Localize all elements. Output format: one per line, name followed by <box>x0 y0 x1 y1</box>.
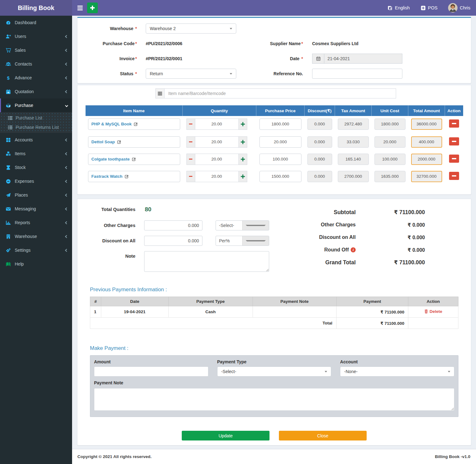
sidebar-item-dashboard[interactable]: Dashboard <box>0 16 72 29</box>
sidebar-item-warehouse[interactable]: Warehouse <box>0 229 72 243</box>
account-select[interactable]: -None- <box>340 366 454 377</box>
edit-item-icon[interactable] <box>125 174 129 178</box>
quantity-stepper <box>186 154 253 165</box>
sidebar-item-quotation[interactable]: Quotation <box>0 85 72 98</box>
warehouse-label: Warehouse * <box>77 26 137 31</box>
language-menu[interactable]: English <box>387 5 410 11</box>
item-name-link[interactable]: Dettol Soap <box>92 140 115 144</box>
language-icon <box>387 5 393 11</box>
purchase-price-input[interactable] <box>259 136 301 148</box>
other-charges-sum-label: Other Charges <box>297 222 356 228</box>
sidebar-item-items[interactable]: Items <box>0 147 72 161</box>
quantity-increase-button[interactable] <box>238 154 247 165</box>
round-off-label: Round Off i <box>297 247 356 253</box>
sidebar-item-users[interactable]: Users <box>0 29 72 43</box>
cubes-icon <box>6 151 11 156</box>
chevron-left-icon <box>65 62 68 66</box>
sidebar-item-purchase[interactable]: Purchase <box>0 98 72 112</box>
note-textarea[interactable] <box>144 251 269 272</box>
chevron-down-icon <box>230 73 232 75</box>
purchase-code-value: #PU/2021/02/0006 <box>146 41 236 46</box>
sidebar-item-stock[interactable]: Stock <box>0 161 72 174</box>
warehouse-select[interactable]: Warehouse 2 <box>146 24 236 34</box>
make-payment-heading: Make Payment : <box>90 345 458 351</box>
remove-item-button[interactable] <box>449 137 459 145</box>
sidebar-item-messaging[interactable]: Messaging <box>0 202 72 216</box>
sidebar-item-purchase-list[interactable]: Purchase List <box>0 113 72 123</box>
reference-input[interactable] <box>312 69 402 79</box>
info-icon[interactable]: i <box>351 247 356 252</box>
total-amount-value: 400.000 <box>411 136 442 148</box>
sidebar-item-purchase-returns-list[interactable]: Purchase Returns List <box>0 123 72 132</box>
payment-total-value: ₹ 71100.000 <box>336 318 408 329</box>
subtotal-value: ₹ 71100.000 <box>356 209 425 216</box>
remove-item-button[interactable] <box>449 172 459 180</box>
other-charges-select[interactable]: -Select- <box>216 220 269 230</box>
payment-type-select[interactable]: -Select- <box>217 366 332 377</box>
sidebar-item-contacts[interactable]: Contacts <box>0 57 72 71</box>
other-charges-input[interactable] <box>144 220 202 230</box>
update-button[interactable]: Update <box>182 431 269 440</box>
chevron-down-icon <box>65 104 68 107</box>
sidebar-item-reports[interactable]: Reports <box>0 216 72 229</box>
delete-payment-link[interactable]: Delete <box>424 309 442 314</box>
total-amount-value: 36000.000 <box>411 119 442 130</box>
tax-amount-value: 2972.480 <box>338 119 369 130</box>
book-icon <box>6 261 11 267</box>
payments-table-header: # Date Payment Type Payment Note Payment… <box>90 297 458 306</box>
sidebar-item-settings[interactable]: Settings <box>0 243 72 257</box>
edit-item-icon[interactable] <box>134 122 138 126</box>
quantity-increase-button[interactable] <box>238 136 247 148</box>
purchase-price-input[interactable] <box>259 171 301 182</box>
quantity-decrease-button[interactable] <box>186 136 195 148</box>
sidebar-item-help[interactable]: Help <box>0 257 72 271</box>
sidebar-toggle-icon[interactable] <box>75 3 85 13</box>
payment-note-textarea[interactable] <box>94 388 454 411</box>
chevron-left-icon <box>65 152 68 155</box>
item-name-link[interactable]: PHP & MySQL Book <box>92 122 132 126</box>
item-name-link[interactable]: Fastrack Watch <box>92 174 123 179</box>
quantity-input[interactable] <box>195 171 238 182</box>
quantity-input[interactable] <box>195 154 238 165</box>
remove-item-button[interactable] <box>449 119 459 128</box>
sidebar-item-expenses[interactable]: Expenses <box>0 174 72 188</box>
quantity-input[interactable] <box>195 119 238 130</box>
other-charges-sum-value: ₹ 0.000 <box>356 222 425 228</box>
quantity-increase-button[interactable] <box>238 119 247 130</box>
sidebar-item-sales[interactable]: Sales <box>0 43 72 57</box>
quantity-increase-button[interactable] <box>238 171 247 182</box>
trash-icon <box>424 309 428 314</box>
sidebar-item-accounts[interactable]: Accounts <box>0 133 72 147</box>
discount-type-select[interactable]: Per% <box>216 236 269 246</box>
discount-on-all-sum-value: ₹ 0.000 <box>356 235 425 240</box>
quantity-decrease-button[interactable] <box>186 119 195 130</box>
item-name-link[interactable]: Colgate toothpaste <box>92 157 130 161</box>
quantity-input[interactable] <box>195 136 238 148</box>
discount-on-all-sum-label: Discount on All <box>297 235 356 240</box>
remove-item-button[interactable] <box>449 155 459 163</box>
close-button[interactable]: Close <box>279 431 367 440</box>
note-label: Note <box>90 251 135 259</box>
discount-on-all-input[interactable] <box>144 236 202 246</box>
amount-input[interactable] <box>94 366 208 377</box>
app-logo[interactable]: Billing Book <box>0 0 72 16</box>
sidebar-item-advance[interactable]: $ Advance <box>0 71 72 85</box>
purchase-price-input[interactable] <box>259 154 301 165</box>
status-select[interactable]: Return <box>146 69 236 79</box>
edit-item-icon[interactable] <box>132 157 136 161</box>
sidebar-item-places[interactable]: Places <box>0 188 72 202</box>
pos-menu[interactable]: POS <box>421 5 438 11</box>
previous-payments-section: Previous Payments Information : # Date P… <box>77 287 471 329</box>
payment-total-row: Total ₹ 71100.000 <box>90 318 458 329</box>
item-search-input[interactable] <box>164 88 396 98</box>
navbar: English POS <box>72 0 476 16</box>
quantity-decrease-button[interactable] <box>186 171 195 182</box>
quantity-decrease-button[interactable] <box>186 154 195 165</box>
date-input[interactable] <box>324 54 402 64</box>
edit-item-icon[interactable] <box>117 140 121 144</box>
purchase-price-input[interactable] <box>259 119 301 130</box>
quick-add-button[interactable] <box>87 3 98 13</box>
user-menu[interactable]: Chris <box>448 3 470 13</box>
discount-value: 0.000 <box>307 136 332 148</box>
purchase-code-label: Purchase Code* <box>77 41 137 46</box>
